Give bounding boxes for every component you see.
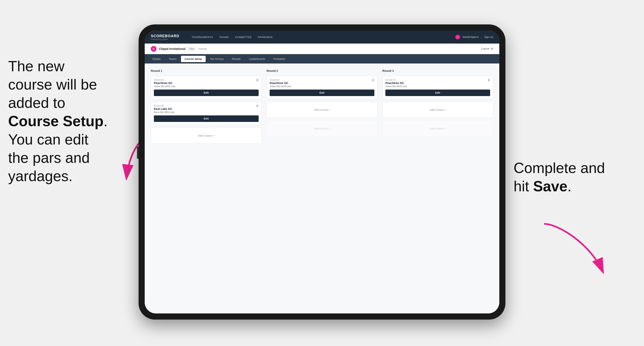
round-3-course-a-card: 🗑 (Course A) Peachtree GC Yellow (M) (66… <box>382 76 493 99</box>
top-nav: SCOREBOARD Powered by clippd TOURNAMENTS… <box>145 30 499 43</box>
round-2-add-course-text: Add Course + <box>314 108 330 111</box>
nav-committee[interactable]: COMMITTEE <box>235 35 252 39</box>
round-1-course-b-tee: Black (M) (6891 yds) <box>154 111 258 113</box>
nav-teams[interactable]: TEAMS <box>219 35 229 39</box>
round-2-course-a-name: Peachtree GC <box>270 81 374 85</box>
annotation-bold-course-setup: Course Setup <box>8 113 104 129</box>
round-1-course-b-label: (Course B) <box>154 105 258 107</box>
tournament-bar: C Clippd Invitational Men Hosting Cancel… <box>145 43 499 54</box>
tab-tee-groups[interactable]: Tee Groups <box>206 56 228 62</box>
round-2-course-a-delete-icon[interactable]: 🗑 <box>371 78 375 82</box>
round-1-course-a-name: Peachtree GC <box>154 81 258 85</box>
user-avatar: b <box>455 35 460 39</box>
sign-out-link[interactable]: Sign out <box>484 36 493 38</box>
round-3-add-course-text-disabled: Add Course + <box>430 127 446 130</box>
round-2-course-a-tee: Yellow (M) (6629 yds) <box>270 85 374 88</box>
round-3-course-a-name: Peachtree GC <box>386 81 490 85</box>
round-2-course-a-label: (Course A) <box>270 79 374 81</box>
round-3-course-a-edit-button[interactable]: Edit <box>386 90 490 96</box>
tabs-bar: Details Teams Course Setup Tee Groups Re… <box>145 54 499 63</box>
tablet-screen: SCOREBOARD Powered by clippd TOURNAMENTS… <box>145 30 499 314</box>
tournament-name: Clippd Invitational <box>159 47 186 50</box>
tab-results[interactable]: Results <box>228 56 244 62</box>
tab-teams[interactable]: Teams <box>165 56 180 62</box>
annotation-bold-save: Save <box>533 178 567 194</box>
round-3-label: Round 3 <box>382 69 493 72</box>
round-3-add-course-button-disabled: Add Course + <box>382 120 493 137</box>
round-2-add-course-text-disabled: Add Course + <box>314 127 330 130</box>
rounds-grid: Round 1 🗑 (Course A) Peachtree GC Yellow… <box>151 69 493 144</box>
cancel-x-icon: ✕ <box>490 47 493 51</box>
user-email: blair@clippd.io <box>462 36 479 38</box>
round-1-course-a-label: (Course A) <box>154 79 258 81</box>
scoreboard-logo: SCOREBOARD Powered by clippd <box>151 34 179 40</box>
round-2-add-course-button[interactable]: Add Course + <box>266 102 378 118</box>
nav-user: b blair@clippd.io | Sign out <box>455 35 493 39</box>
round-1-add-course-text: Add Course + <box>198 134 214 137</box>
round-3-add-course-button[interactable]: Add Course + <box>382 102 493 118</box>
logo-title: SCOREBOARD <box>151 34 179 38</box>
round-3-course-a-delete-icon[interactable]: 🗑 <box>487 78 491 82</box>
round-1-course-b-edit-button[interactable]: Edit <box>154 115 258 122</box>
nav-rankings[interactable]: RANKINGS <box>258 35 272 39</box>
tablet-device: SCOREBOARD Powered by clippd TOURNAMENTS… <box>138 24 506 320</box>
round-1-course-a-delete-icon[interactable]: 🗑 <box>255 78 260 82</box>
annotation-left: The new course will be added to Course S… <box>8 57 126 185</box>
round-1-add-course-button[interactable]: Add Course + <box>151 127 262 144</box>
tab-printables[interactable]: Printables <box>270 56 289 62</box>
tournament-info: C Clippd Invitational Men Hosting <box>151 46 207 52</box>
nav-links: TOURNAMENTS TEAMS COMMITTEE RANKINGS <box>192 35 447 39</box>
round-2-course-a-card: 🗑 (Course A) Peachtree GC Yellow (M) (66… <box>266 76 378 99</box>
nav-tournaments[interactable]: TOURNAMENTS <box>192 35 213 39</box>
main-content: Round 1 🗑 (Course A) Peachtree GC Yellow… <box>145 63 499 314</box>
cancel-button[interactable]: Cancel ✕ <box>481 47 493 51</box>
round-3-column: Round 3 🗑 (Course A) Peachtree GC Yellow… <box>382 69 493 144</box>
round-2-add-course-button-disabled: Add Course + <box>266 120 378 137</box>
annotation-right: Complete and hit Save. <box>514 159 620 195</box>
tab-course-setup[interactable]: Course Setup <box>181 56 206 62</box>
round-1-course-a-tee: Yellow (M) (6629 yds) <box>154 85 258 88</box>
round-1-course-b-delete-icon[interactable]: 🗑 <box>255 104 260 108</box>
tab-leaderboards[interactable]: Leaderboards <box>245 56 269 62</box>
round-1-column: Round 1 🗑 (Course A) Peachtree GC Yellow… <box>151 69 262 144</box>
tab-details[interactable]: Details <box>149 56 164 62</box>
tournament-type: Men <box>188 47 196 51</box>
round-2-column: Round 2 🗑 (Course A) Peachtree GC Yellow… <box>266 69 378 144</box>
round-3-course-a-tee: Yellow (M) (6629 yds) <box>386 85 490 88</box>
round-2-label: Round 2 <box>266 69 378 72</box>
round-1-course-b-name: East Lake GC <box>154 107 258 111</box>
round-3-course-a-label: (Course A) <box>386 79 490 81</box>
round-1-course-a-card: 🗑 (Course A) Peachtree GC Yellow (M) (66… <box>151 76 262 99</box>
round-1-label: Round 1 <box>151 69 262 72</box>
logo-subtitle: Powered by clippd <box>151 38 179 40</box>
round-2-course-a-edit-button[interactable]: Edit <box>270 90 374 96</box>
tournament-logo: C <box>151 46 156 52</box>
round-1-course-b-card: 🗑 (Course B) East Lake GC Black (M) (689… <box>151 102 262 125</box>
round-1-course-a-edit-button[interactable]: Edit <box>154 90 258 96</box>
round-3-add-course-text: Add Course + <box>430 108 446 111</box>
tournament-status: Hosting <box>198 47 207 50</box>
tablet-side-button <box>137 147 138 159</box>
